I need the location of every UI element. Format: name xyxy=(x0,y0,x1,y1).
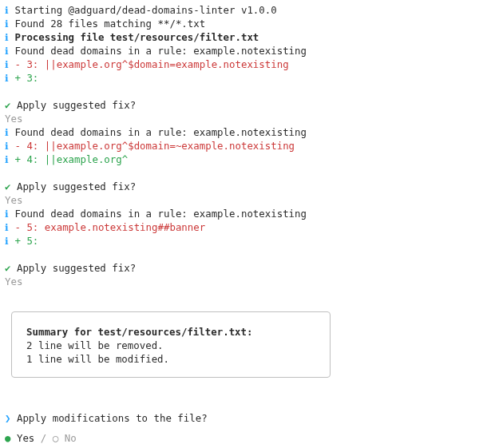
info-icon: ℹ xyxy=(5,58,9,70)
final-question: ❯ Apply modifications to the file? xyxy=(5,411,474,425)
log-line-processing: ℹ Processing file test/resources/filter.… xyxy=(5,30,474,44)
diff-plus-2: ℹ + 4: ||example.org^ xyxy=(5,153,474,166)
info-icon: ℹ xyxy=(5,235,9,247)
prompt-text: Apply suggested fix? xyxy=(17,262,136,274)
info-icon: ℹ xyxy=(5,31,9,43)
log-text: Found dead domains in a rule: example.no… xyxy=(14,208,307,220)
diff-minus-3: ℹ - 5: example.notexisting##banner xyxy=(5,220,474,234)
log-line-found-dead-1: ℹ Found dead domains in a rule: example.… xyxy=(5,44,474,57)
info-icon: ℹ xyxy=(5,153,9,165)
bullet-open-icon: ○ xyxy=(53,432,58,444)
info-icon: ℹ xyxy=(5,208,9,220)
apply-question-1: ✔ Apply suggested fix? xyxy=(5,98,474,112)
prompt-text: Apply suggested fix? xyxy=(17,99,136,111)
summary-removed: 2 line will be removed. xyxy=(26,339,315,352)
apply-question-3: ✔ Apply suggested fix? xyxy=(5,261,474,275)
final-question-text: Apply modifications to the file? xyxy=(17,412,208,424)
choice-separator: / xyxy=(41,432,46,444)
check-icon: ✔ xyxy=(5,262,10,274)
log-line-found-dead-2: ℹ Found dead domains in a rule: example.… xyxy=(5,125,474,139)
info-icon: ℹ xyxy=(5,140,9,152)
summary-title: Summary for test/resources/filter.txt: xyxy=(26,325,315,339)
spacer xyxy=(5,384,474,398)
spacer xyxy=(5,248,474,261)
answer-yes-1: Yes xyxy=(5,112,474,125)
diff-added: + 5: xyxy=(14,235,38,247)
log-line-found-files: ℹ Found 28 files matching **/*.txt xyxy=(5,17,474,30)
log-text: Found dead domains in a rule: example.no… xyxy=(14,45,307,57)
spacer xyxy=(5,288,474,302)
info-icon: ℹ xyxy=(5,45,9,57)
diff-added: + 3: xyxy=(14,72,38,84)
answer-yes-2: Yes xyxy=(5,193,474,207)
answer-yes-3: Yes xyxy=(5,275,474,288)
log-line-start: ℹ Starting @adguard/dead-domains-linter … xyxy=(5,3,474,17)
info-icon: ℹ xyxy=(5,72,9,84)
diff-minus-1: ℹ - 3: ||example.org^$domain=example.not… xyxy=(5,57,474,71)
diff-minus-2: ℹ - 4: ||example.org^$domain=~example.no… xyxy=(5,139,474,153)
diff-removed: - 4: ||example.org^$domain=~example.note… xyxy=(14,140,295,152)
check-icon: ✔ xyxy=(5,99,10,111)
diff-removed: - 3: ||example.org^$domain=example.notex… xyxy=(14,58,288,70)
info-icon: ℹ xyxy=(5,18,9,30)
apply-question-2: ✔ Apply suggested fix? xyxy=(5,180,474,193)
spacer xyxy=(5,85,474,98)
log-text: Found dead domains in a rule: example.no… xyxy=(14,126,307,138)
log-line-found-dead-3: ℹ Found dead domains in a rule: example.… xyxy=(5,207,474,220)
spacer xyxy=(5,166,474,180)
spacer xyxy=(5,398,474,411)
log-text: Starting @adguard/dead-domains-linter v1… xyxy=(14,4,276,16)
prompt-text: Apply suggested fix? xyxy=(17,180,136,192)
diff-plus-1: ℹ + 3: xyxy=(5,71,474,85)
diff-added: + 4: ||example.org^ xyxy=(14,153,128,165)
diff-removed: - 5: example.notexisting##banner xyxy=(14,221,205,233)
log-text: Processing file test/resources/filter.tx… xyxy=(14,31,259,43)
log-text: Found 28 files matching **/*.txt xyxy=(14,18,205,30)
choice-no[interactable]: No xyxy=(65,432,77,444)
final-choices[interactable]: ● Yes / ○ No xyxy=(5,431,474,445)
choice-yes[interactable]: Yes xyxy=(17,432,34,444)
bullet-filled-icon: ● xyxy=(5,432,10,444)
info-icon: ℹ xyxy=(5,126,9,138)
summary-box: Summary for test/resources/filter.txt: 2… xyxy=(11,311,331,378)
diff-plus-3: ℹ + 5: xyxy=(5,234,474,248)
info-icon: ℹ xyxy=(5,221,9,233)
info-icon: ℹ xyxy=(5,4,9,16)
summary-modified: 1 line will be modified. xyxy=(26,352,315,366)
check-icon: ✔ xyxy=(5,180,10,192)
prompt-icon: ❯ xyxy=(5,412,10,424)
